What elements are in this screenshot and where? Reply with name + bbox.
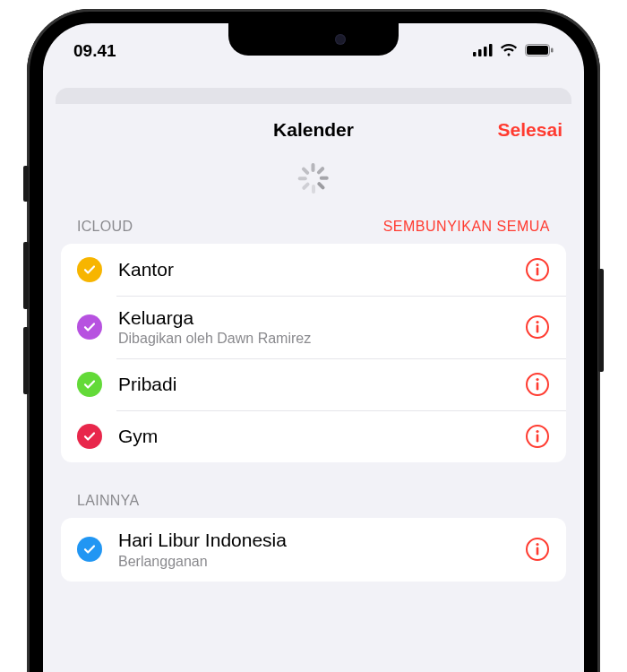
calendar-row[interactable]: KeluargaDibagikan oleh Dawn Ramirez — [61, 296, 566, 358]
svg-point-14 — [536, 378, 538, 381]
loading-spinner — [43, 156, 584, 219]
calendar-row[interactable]: Gym — [61, 410, 566, 462]
calendar-row[interactable]: Kantor — [61, 244, 566, 296]
wifi-icon — [499, 41, 519, 61]
front-camera — [335, 34, 346, 45]
checkmark-icon[interactable] — [77, 257, 102, 282]
svg-rect-9 — [537, 268, 539, 276]
checkmark-icon[interactable] — [77, 372, 102, 397]
phone-side-button — [598, 269, 604, 372]
svg-point-17 — [536, 430, 538, 433]
checkmark-icon[interactable] — [77, 537, 102, 562]
section-header: ICLOUDSEMBUNYIKAN SEMUA — [43, 219, 584, 244]
calendar-title: Keluarga — [118, 306, 525, 330]
spinner-icon — [298, 163, 329, 194]
svg-rect-0 — [473, 52, 477, 56]
list-card: Hari Libur IndonesiaBerlangganan — [61, 518, 566, 581]
row-text: KeluargaDibagikan oleh Dawn Ramirez — [118, 306, 525, 348]
calendar-title: Hari Libur Indonesia — [118, 529, 525, 552]
calendar-title: Gym — [118, 425, 525, 448]
svg-rect-6 — [551, 48, 554, 53]
row-text: Kantor — [118, 258, 525, 281]
sheet-title: Kalender — [273, 119, 354, 141]
info-icon[interactable] — [525, 372, 550, 397]
cellular-icon — [473, 41, 493, 61]
phone-side-button — [23, 327, 29, 394]
phone-frame: 09.41 Kalender Selesai — [27, 9, 600, 672]
svg-rect-18 — [537, 435, 539, 443]
phone-screen: 09.41 Kalender Selesai — [43, 23, 584, 672]
svg-point-11 — [536, 321, 538, 323]
info-icon[interactable] — [525, 314, 550, 340]
phone-side-button — [23, 166, 29, 202]
calendar-subtitle: Dibagikan oleh Dawn Ramirez — [118, 330, 525, 348]
calendar-title: Pribadi — [118, 373, 525, 396]
svg-rect-2 — [484, 47, 487, 56]
info-icon[interactable] — [525, 537, 550, 562]
done-button[interactable]: Selesai — [498, 119, 563, 141]
checkmark-icon[interactable] — [77, 424, 102, 449]
section-header: LAINNYA — [43, 493, 584, 518]
svg-rect-21 — [537, 547, 539, 556]
sheet-header: Kalender Selesai — [43, 104, 584, 156]
status-time: 09.41 — [73, 41, 116, 61]
section-label: LAINNYA — [77, 493, 139, 509]
phone-side-button — [23, 242, 29, 309]
svg-point-8 — [536, 263, 538, 266]
calendar-row[interactable]: Pribadi — [61, 358, 566, 410]
row-text: Pribadi — [118, 373, 525, 396]
calendar-title: Kantor — [118, 258, 525, 281]
info-icon[interactable] — [525, 257, 550, 282]
svg-rect-15 — [537, 383, 539, 391]
svg-rect-5 — [527, 46, 548, 55]
svg-rect-12 — [537, 325, 539, 333]
hide-all-button[interactable]: SEMBUNYIKAN SEMUA — [383, 219, 550, 235]
svg-point-20 — [536, 543, 538, 546]
list-card: KantorKeluargaDibagikan oleh Dawn Ramire… — [61, 244, 566, 462]
calendar-subtitle: Berlangganan — [118, 553, 525, 571]
checkmark-icon[interactable] — [77, 314, 102, 340]
row-text: Hari Libur IndonesiaBerlangganan — [118, 529, 525, 570]
phone-notch — [228, 23, 399, 56]
calendar-row[interactable]: Hari Libur IndonesiaBerlangganan — [61, 518, 566, 581]
row-text: Gym — [118, 425, 525, 448]
info-icon[interactable] — [525, 424, 550, 449]
svg-rect-1 — [478, 49, 482, 56]
modal-sheet: Kalender Selesai ICLOUDSEMBUNYIKAN SEMUA… — [43, 104, 584, 672]
svg-rect-3 — [489, 44, 493, 56]
section-label: ICLOUD — [77, 219, 133, 235]
battery-icon — [525, 41, 554, 61]
status-icons — [473, 41, 554, 61]
